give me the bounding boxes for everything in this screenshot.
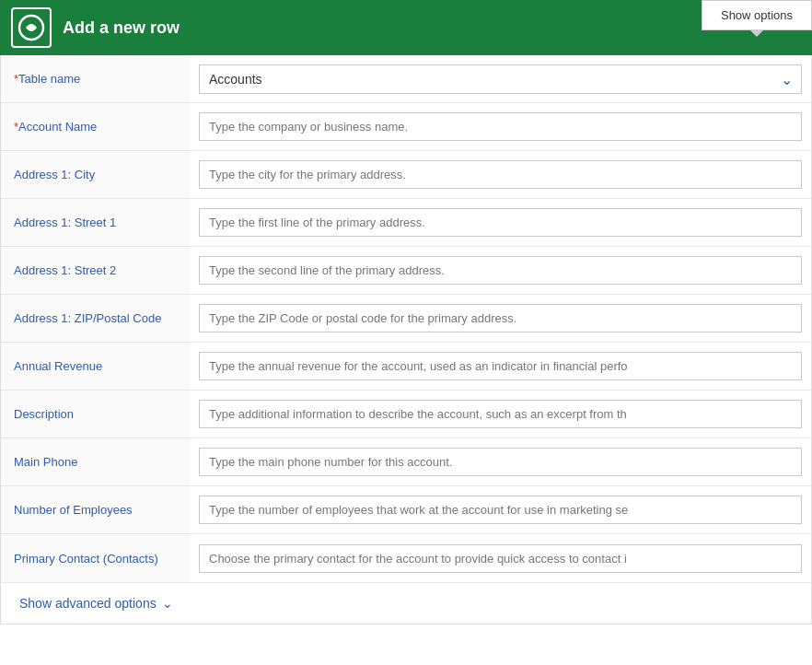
- input-wrap-annual-revenue: [190, 343, 811, 390]
- label-account-name: Account Name: [1, 103, 190, 150]
- label-main-phone: Main Phone: [1, 438, 190, 485]
- input-wrap-num-employees: [190, 486, 811, 533]
- label-annual-revenue: Annual Revenue: [1, 343, 190, 390]
- input-wrap-primary-contact: [190, 534, 811, 582]
- input-wrap-account-name: [190, 103, 811, 150]
- table-name-select-wrap: Accounts ⌄: [199, 64, 802, 94]
- field-row-address-street1: Address 1: Street 1: [1, 199, 811, 247]
- input-address-zip[interactable]: [199, 304, 802, 332]
- input-address-city[interactable]: [199, 160, 802, 189]
- form-container: Table name Accounts ⌄ Account NameAddres…: [0, 55, 812, 624]
- table-name-select[interactable]: Accounts: [199, 64, 802, 94]
- field-row-address-city: Address 1: City: [1, 151, 811, 199]
- show-advanced-options-button[interactable]: Show advanced options ⌄: [1, 582, 811, 624]
- input-wrap-address-zip: [190, 295, 811, 342]
- table-name-input-wrap: Accounts ⌄: [190, 55, 811, 102]
- page-title: Add a new row: [63, 18, 801, 38]
- field-row-primary-contact: Primary Contact (Contacts): [1, 534, 811, 582]
- input-main-phone[interactable]: [199, 448, 802, 476]
- field-row-address-zip: Address 1: ZIP/Postal Code: [1, 295, 811, 343]
- input-address-street1[interactable]: [199, 208, 802, 237]
- show-advanced-label: Show advanced options: [19, 596, 157, 611]
- label-address-street1: Address 1: Street 1: [1, 199, 190, 246]
- app-logo: [11, 7, 52, 48]
- show-options-button[interactable]: Show options: [702, 0, 812, 30]
- input-wrap-description: [190, 391, 811, 438]
- input-address-street2[interactable]: [199, 256, 802, 285]
- app-header: Add a new row Show options: [0, 0, 812, 55]
- label-primary-contact: Primary Contact (Contacts): [1, 534, 190, 582]
- input-num-employees[interactable]: [199, 496, 802, 524]
- input-primary-contact[interactable]: [199, 544, 802, 573]
- field-row-num-employees: Number of Employees: [1, 486, 811, 534]
- input-account-name[interactable]: [199, 112, 802, 141]
- field-row-address-street2: Address 1: Street 2: [1, 247, 811, 295]
- label-description: Description: [1, 391, 190, 438]
- label-address-zip: Address 1: ZIP/Postal Code: [1, 295, 190, 342]
- chevron-down-icon: ⌄: [162, 596, 173, 611]
- input-annual-revenue[interactable]: [199, 352, 802, 380]
- field-row-account-name: Account Name: [1, 103, 811, 151]
- input-wrap-main-phone: [190, 438, 811, 485]
- label-num-employees: Number of Employees: [1, 486, 190, 533]
- label-address-street2: Address 1: Street 2: [1, 247, 190, 294]
- input-description[interactable]: [199, 400, 802, 428]
- table-name-label: Table name: [1, 55, 190, 102]
- field-row-description: Description: [1, 391, 811, 438]
- input-wrap-address-city: [190, 151, 811, 198]
- field-row-annual-revenue: Annual Revenue: [1, 343, 811, 391]
- table-name-row: Table name Accounts ⌄: [1, 55, 811, 103]
- field-row-main-phone: Main Phone: [1, 438, 811, 486]
- input-wrap-address-street2: [190, 247, 811, 294]
- fields-container: Account NameAddress 1: CityAddress 1: St…: [1, 103, 811, 582]
- input-wrap-address-street1: [190, 199, 811, 246]
- label-address-city: Address 1: City: [1, 151, 190, 198]
